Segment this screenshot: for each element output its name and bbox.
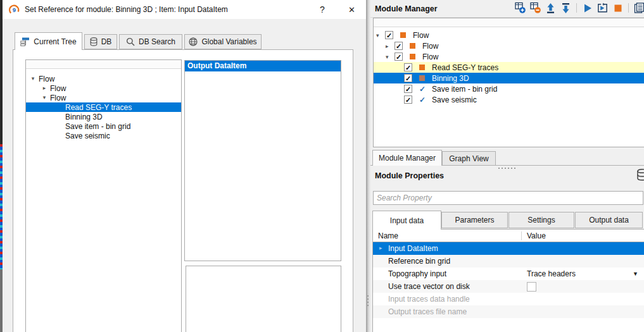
- table-row-topography-input[interactable]: Topography input Trace headers ▼: [373, 267, 644, 280]
- tab-label: Input data: [390, 216, 424, 225]
- module-properties-title: Module Properties: [375, 171, 444, 180]
- properties-database-icon[interactable]: [637, 169, 644, 181]
- tab-current-tree[interactable]: Current Tree: [15, 32, 82, 50]
- topography-input-dropdown[interactable]: Trace headers: [522, 269, 576, 278]
- module-status-icon: [419, 65, 425, 70]
- tree-item-label: Flow: [50, 94, 66, 102]
- collapsed-icon[interactable]: ▸: [385, 43, 395, 49]
- collapsed-icon[interactable]: ▸: [379, 245, 382, 251]
- tab-global-variables[interactable]: Global Variables: [184, 34, 262, 49]
- output-dataitem-header[interactable]: Output DataItem: [185, 61, 341, 71]
- tree-item-label: Flow: [39, 75, 54, 83]
- table-row-use-trace-vector[interactable]: Use trace vector on disk: [373, 280, 644, 293]
- module-row-save-seismic[interactable]: ✓ ✓ Save seismic: [374, 94, 644, 105]
- module-checkbox[interactable]: ✓: [404, 63, 412, 71]
- tree-item-flow-2[interactable]: ▾ Flow: [26, 93, 181, 102]
- tree-tab-icon: [20, 37, 30, 46]
- close-button[interactable]: ✕: [338, 0, 366, 19]
- svg-text:9: 9: [13, 6, 16, 13]
- tab-label: DB Search: [139, 37, 175, 46]
- module-label: Save seismic: [432, 95, 477, 104]
- vertical-splitter[interactable]: [367, 295, 369, 306]
- tab-parameters[interactable]: Parameters: [441, 212, 508, 228]
- table-row-input-dataitem[interactable]: ▸ Input DataItem: [373, 242, 644, 255]
- module-manager-toolbar: [514, 2, 644, 14]
- module-checkbox[interactable]: ✓: [404, 85, 412, 93]
- module-tree-header: [374, 18, 644, 27]
- output-dataitem-list: Output DataItem: [184, 60, 341, 261]
- toolbar-separator: [628, 3, 629, 13]
- move-down-button[interactable]: [560, 2, 572, 14]
- module-row-flow-2[interactable]: ▾ ✓ Flow: [374, 51, 644, 62]
- module-checkbox[interactable]: ✓: [404, 95, 412, 104]
- table-header: Name Value: [373, 229, 644, 242]
- tree-item-save-seismic[interactable]: Save seismic: [26, 131, 181, 140]
- tab-module-manager[interactable]: Module Manager: [372, 150, 442, 166]
- set-reference-dialog: 9 Set Reference for module: Binning 3D ;…: [3, 0, 366, 332]
- table-row-reference-bin-grid[interactable]: Reference bin grid: [373, 255, 644, 267]
- secondary-list: [186, 266, 341, 332]
- module-tree: ▾ ✓ Flow ▸ ✓ Flow ▾ ✓ Flow: [373, 18, 644, 147]
- tree-item-label: Save item - bin grid: [65, 122, 130, 131]
- add-module-button[interactable]: [514, 2, 526, 14]
- dialog-title: Set Reference for module: Binning 3D ; I…: [25, 5, 228, 14]
- horizontal-splitter[interactable]: [498, 168, 516, 169]
- tree-item-label: Read SEG-Y traces: [65, 103, 132, 112]
- module-status-icon: [400, 32, 406, 38]
- tree-item-read-segy-traces[interactable]: Read SEG-Y traces: [26, 102, 181, 112]
- tab-output-data[interactable]: Output data: [575, 212, 643, 228]
- module-status-icon: [419, 75, 425, 81]
- tab-label: Output data: [589, 216, 629, 224]
- stop-button[interactable]: [612, 2, 624, 14]
- module-row-binning-3d[interactable]: ✓ Binning 3D: [374, 73, 644, 83]
- run-to-button[interactable]: [597, 2, 609, 14]
- search-property-input[interactable]: [373, 191, 643, 205]
- tree-item-flow-root[interactable]: ▾ Flow: [26, 74, 181, 83]
- use-trace-vector-checkbox[interactable]: [527, 282, 536, 292]
- search-icon: [126, 37, 135, 46]
- move-up-button[interactable]: [545, 2, 557, 14]
- remove-module-button[interactable]: [529, 2, 541, 14]
- tab-db-search[interactable]: DB Search: [119, 34, 182, 49]
- database-icon: [90, 37, 98, 46]
- tab-db[interactable]: DB: [84, 34, 117, 49]
- flow-tree: ▾ Flow ▸ Flow ▾ Flow Read SEG-Y traces B…: [25, 59, 182, 332]
- module-row-flow-root[interactable]: ▾ ✓ Flow: [374, 30, 644, 40]
- module-checkbox[interactable]: ✓: [395, 42, 403, 50]
- dialog-titlebar: 9 Set Reference for module: Binning 3D ;…: [3, 0, 366, 19]
- module-row-read-segy-traces[interactable]: ✓ Read SEG-Y traces: [374, 62, 644, 73]
- done-check-icon: ✓: [419, 85, 427, 94]
- module-status-icon: [410, 43, 415, 49]
- module-label: Read SEG-Y traces: [432, 63, 498, 72]
- module-row-flow-1[interactable]: ▸ ✓ Flow: [374, 40, 644, 51]
- tab-settings[interactable]: Settings: [508, 212, 574, 228]
- tree-item-binning-3d[interactable]: Binning 3D: [26, 112, 181, 121]
- expanded-icon[interactable]: ▾: [39, 93, 50, 102]
- expanded-icon[interactable]: ▾: [376, 32, 385, 39]
- run-button[interactable]: [581, 2, 593, 14]
- column-header-name: Name: [373, 231, 522, 240]
- log-view-button[interactable]: [633, 2, 644, 14]
- expanded-icon[interactable]: ▾: [385, 54, 395, 60]
- module-checkbox[interactable]: ✓: [385, 31, 393, 39]
- tree-item-label: Binning 3D: [65, 113, 103, 121]
- tab-input-data[interactable]: Input data: [372, 211, 441, 230]
- module-checkbox[interactable]: ✓: [404, 74, 412, 82]
- tab-graph-view[interactable]: Graph View: [442, 151, 496, 166]
- module-label: Flow: [413, 31, 429, 40]
- globe-icon: [189, 37, 198, 46]
- help-button[interactable]: ?: [312, 0, 332, 19]
- app-logo-icon: 9: [9, 4, 20, 15]
- dropdown-arrow-icon[interactable]: ▼: [633, 271, 638, 277]
- tree-item-flow-1[interactable]: ▸ Flow: [26, 83, 181, 93]
- expanded-icon[interactable]: ▾: [27, 74, 39, 83]
- tab-label: Settings: [527, 216, 555, 224]
- tree-header: [26, 60, 181, 69]
- module-checkbox[interactable]: ✓: [395, 52, 403, 61]
- module-label: Flow: [422, 42, 438, 51]
- tree-item-label: Flow: [50, 84, 66, 93]
- module-row-save-item-bin-grid[interactable]: ✓ ✓ Save item - bin grid: [374, 83, 644, 94]
- collapsed-icon[interactable]: ▸: [39, 83, 50, 93]
- tree-item-save-item-bin-grid[interactable]: Save item - bin grid: [26, 121, 181, 131]
- module-label: Flow: [422, 52, 438, 61]
